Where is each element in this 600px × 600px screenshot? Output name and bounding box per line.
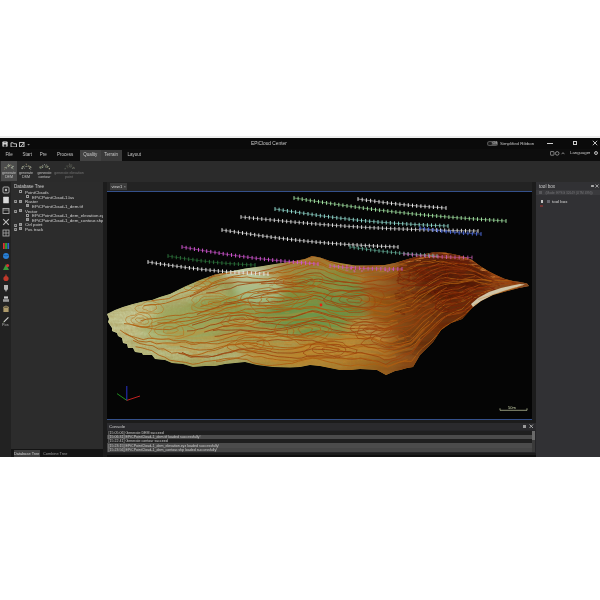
svg-text:50m: 50m [508, 405, 516, 410]
